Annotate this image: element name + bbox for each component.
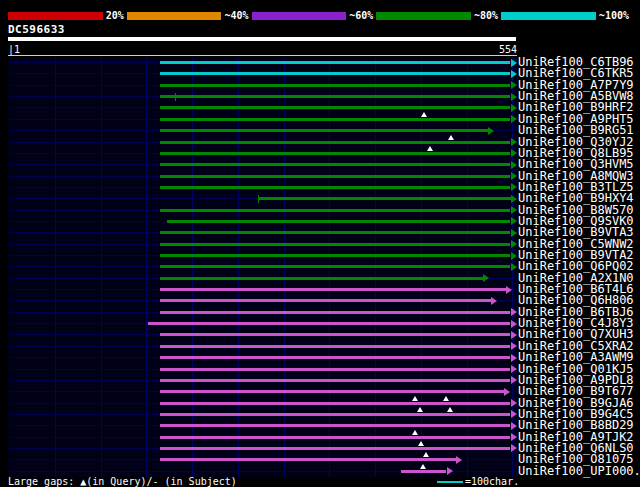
arrowhead-icon xyxy=(511,172,517,180)
alignment-bar[interactable] xyxy=(160,311,510,314)
subject-gap-tick-icon xyxy=(175,93,176,101)
alignment-bar[interactable] xyxy=(160,61,510,64)
query-gap-marker-icon xyxy=(412,430,418,435)
arrowhead-icon xyxy=(511,206,517,214)
subject-gap-tick-icon xyxy=(258,195,259,203)
alignment-bar[interactable] xyxy=(160,95,510,98)
arrowhead-icon xyxy=(511,115,517,123)
alignment-bar[interactable] xyxy=(160,299,491,302)
alignment-bar[interactable] xyxy=(160,152,510,155)
alignment-bar[interactable] xyxy=(160,186,510,189)
large-gaps-legend: Large gaps: ▲(in Query)/- (in Subject) xyxy=(8,476,237,487)
arrowhead-icon xyxy=(504,388,510,396)
query-gap-marker-icon xyxy=(427,146,433,151)
arrowhead-icon xyxy=(511,149,517,157)
arrowhead-icon xyxy=(447,467,453,475)
arrowhead-icon xyxy=(511,195,517,203)
arrowhead-icon xyxy=(511,399,517,407)
identity-color-key: 20%~40%~60%~80%~100% xyxy=(8,9,632,22)
key-segment xyxy=(376,12,471,20)
alignment-bar[interactable] xyxy=(160,390,504,393)
alignment-bar[interactable] xyxy=(160,379,510,382)
alignment-plot: UniRef100_C6TB96UniRef100_C6TKR5UniRef10… xyxy=(0,57,640,477)
arrowhead-icon xyxy=(511,331,517,339)
scalebar-line-icon xyxy=(437,481,463,483)
arrowhead-icon xyxy=(511,240,517,248)
scalebar-legend: =100char. xyxy=(437,476,519,487)
scalebar-label: =100char. xyxy=(465,476,519,487)
alignment-bar[interactable] xyxy=(160,277,483,280)
alignment-bar[interactable] xyxy=(160,458,456,461)
key-label: ~80% xyxy=(471,9,501,22)
query-gap-marker-icon xyxy=(412,396,418,401)
arrowhead-icon xyxy=(511,365,517,373)
arrowhead-icon xyxy=(511,354,517,362)
arrowhead-icon xyxy=(511,342,517,350)
key-label: 20% xyxy=(103,9,127,22)
key-label: ~100% xyxy=(596,9,632,22)
arrowhead-icon xyxy=(511,93,517,101)
alignment-bar[interactable] xyxy=(258,197,511,200)
arrowhead-icon xyxy=(511,104,517,112)
scale-row: |1 554 xyxy=(8,43,517,56)
legend-bar: Large gaps: ▲(in Query)/- (in Subject) =… xyxy=(0,476,640,487)
alignment-bar[interactable] xyxy=(160,265,510,268)
alignment-bar[interactable] xyxy=(160,141,510,144)
alignment-bar[interactable] xyxy=(160,436,510,439)
arrowhead-icon xyxy=(511,183,517,191)
arrowhead-icon xyxy=(511,422,517,430)
alignment-bar[interactable] xyxy=(160,424,510,427)
alignment-bar[interactable] xyxy=(160,231,510,234)
arrowhead-icon xyxy=(483,274,489,282)
alignment-bar[interactable] xyxy=(160,129,488,132)
alignment-bar[interactable] xyxy=(160,345,510,348)
arrowhead-icon xyxy=(511,308,517,316)
key-segment xyxy=(127,12,222,20)
key-segment xyxy=(501,12,596,20)
query-gap-marker-icon xyxy=(447,407,453,412)
alignment-bar[interactable] xyxy=(160,106,510,109)
alignment-bar[interactable] xyxy=(160,447,510,450)
alignment-bar[interactable] xyxy=(160,254,510,257)
arrowhead-icon xyxy=(511,59,517,67)
alignment-bar[interactable] xyxy=(160,72,510,75)
alignment-bar[interactable] xyxy=(160,163,510,166)
alignment-bar[interactable] xyxy=(160,368,510,371)
query-id: DC596633 xyxy=(8,23,65,36)
arrowhead-icon xyxy=(488,127,494,135)
alignment-bar[interactable] xyxy=(160,402,510,405)
arrowhead-icon xyxy=(511,81,517,89)
alignment-bar[interactable] xyxy=(160,413,510,416)
alignment-bar[interactable] xyxy=(148,322,510,325)
alignment-bar[interactable] xyxy=(160,356,510,359)
scale-end-label: 554 xyxy=(499,44,517,55)
key-label: ~40% xyxy=(221,9,251,22)
alignment-bar[interactable] xyxy=(160,288,506,291)
alignment-bar[interactable] xyxy=(160,243,510,246)
alignment-bar[interactable] xyxy=(160,333,510,336)
alignment-bar[interactable] xyxy=(160,118,510,121)
query-gap-marker-icon xyxy=(420,464,426,469)
query-gap-marker-icon xyxy=(443,396,449,401)
alignment-graphic-view: 20%~40%~60%~80%~100% DC596633 |1 554 Uni… xyxy=(0,0,640,487)
query-gap-marker-icon xyxy=(418,441,424,446)
alignment-bar[interactable] xyxy=(160,175,510,178)
arrowhead-icon xyxy=(511,410,517,418)
arrowhead-icon xyxy=(491,297,497,305)
query-gap-marker-icon xyxy=(448,135,454,140)
arrowhead-icon xyxy=(511,444,517,452)
scale-start-label: |1 xyxy=(8,44,20,55)
key-segment xyxy=(8,12,103,20)
arrowhead-icon xyxy=(511,229,517,237)
alignment-bar[interactable] xyxy=(160,84,510,87)
arrowhead-icon xyxy=(511,252,517,260)
query-gap-marker-icon xyxy=(423,452,429,457)
alignment-bar[interactable] xyxy=(160,209,510,212)
arrowhead-icon xyxy=(511,376,517,384)
arrowhead-icon xyxy=(511,263,517,271)
hit-label[interactable]: UniRef100_UPI000... xyxy=(518,466,640,477)
alignment-bar[interactable] xyxy=(401,470,447,473)
alignment-bar[interactable] xyxy=(167,220,510,223)
query-bar xyxy=(8,37,516,41)
arrowhead-icon xyxy=(511,161,517,169)
